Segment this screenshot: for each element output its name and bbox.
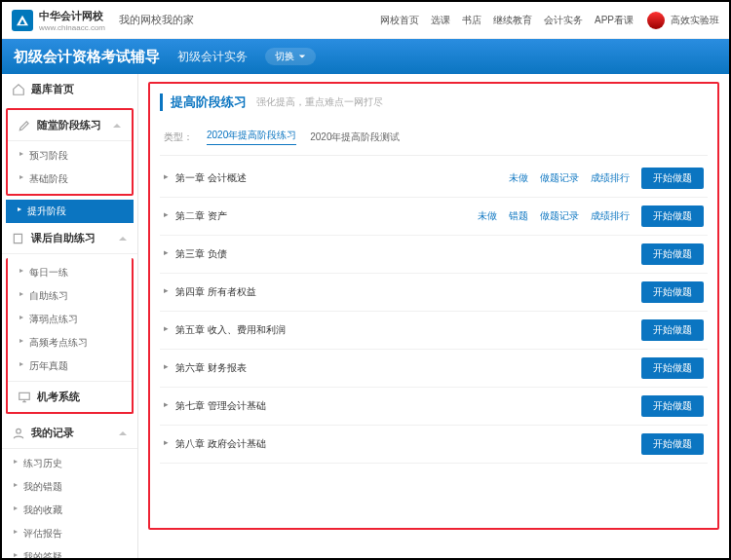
chevron-up-icon <box>118 429 128 438</box>
table-row: 第四章 所有者权益开始做题 <box>160 274 708 312</box>
sidebar-item[interactable]: 每日一练 <box>8 261 132 284</box>
nav-item-2[interactable]: 书店 <box>462 14 481 27</box>
sidebar-home[interactable]: 题库首页 <box>2 74 137 104</box>
start-button[interactable]: 开始做题 <box>641 433 704 455</box>
sidebar-head-records[interactable]: 我的记录 <box>2 418 137 449</box>
table-row: 第三章 负债开始做题 <box>160 236 708 274</box>
table-row: 第七章 管理会计基础开始做题 <box>160 388 708 426</box>
sidebar: 题库首页 随堂阶段练习 预习阶段 基础阶段 提升阶段 课后自助练习 每日一练自助… <box>2 74 138 560</box>
table-row: 第八章 政府会计基础开始做题 <box>160 426 708 464</box>
brand-en: www.chinaacc.com <box>39 23 105 32</box>
subheader: 初级会计资格考试辅导 初级会计实务 切换 <box>2 39 729 74</box>
sidebar-head-self[interactable]: 课后自助练习 <box>2 223 137 254</box>
table-row: 第六章 财务报表开始做题 <box>160 350 708 388</box>
person-icon <box>12 427 25 440</box>
slogan: 我的网校我的家 <box>119 13 194 27</box>
chapter-label: 第八章 政府会计基础 <box>164 437 630 451</box>
start-button[interactable]: 开始做题 <box>641 168 704 189</box>
sidebar-item[interactable]: 薄弱点练习 <box>8 308 132 331</box>
brand-cn: 中华会计网校 <box>39 9 105 23</box>
nav-item-3[interactable]: 继续教育 <box>493 14 532 27</box>
nav-item-0[interactable]: 网校首页 <box>380 14 419 27</box>
tag-link[interactable]: 错题 <box>509 209 528 223</box>
sidebar-label: 题库首页 <box>31 82 128 96</box>
topbar: 中华会计网校 www.chinaacc.com 我的网校我的家 网校首页选课书店… <box>2 2 729 39</box>
topnav: 网校首页选课书店继续教育会计实务APP看课 <box>380 14 634 27</box>
sidebar-item-preview[interactable]: 预习阶段 <box>8 144 132 168</box>
tag-link[interactable]: 未做 <box>509 171 528 185</box>
sidebar-group-practice: 随堂阶段练习 预习阶段 基础阶段 <box>6 108 134 196</box>
chapter-label: 第一章 会计概述 <box>164 171 509 185</box>
tag-link[interactable]: 做题记录 <box>540 209 579 223</box>
chevron-down-icon <box>298 53 306 60</box>
home-icon <box>12 83 25 96</box>
tag-link[interactable]: 成绩排行 <box>591 209 630 223</box>
chapter-label: 第五章 收入、费用和利润 <box>164 323 630 337</box>
filter-opt-0[interactable]: 2020年提高阶段练习 <box>207 129 296 145</box>
sidebar-item[interactable]: 评估报告 <box>2 522 137 545</box>
sidebar-group-self-items: 每日一练自助练习薄弱点练习高频考点练习历年真题 机考系统 <box>6 258 134 414</box>
main: 提高阶段练习 强化提高，重点难点一网打尽 类型： 2020年提高阶段练习 202… <box>138 74 729 560</box>
sidebar-item[interactable]: 练习历史 <box>2 452 137 475</box>
tag-link[interactable]: 成绩排行 <box>591 171 630 185</box>
start-button[interactable]: 开始做题 <box>641 205 704 227</box>
tag-link[interactable]: 做题记录 <box>540 171 579 185</box>
sidebar-item-advance[interactable]: 提升阶段 <box>6 200 134 223</box>
user-button[interactable]: 高效实验班 <box>671 14 719 27</box>
filter-label: 类型： <box>164 131 193 144</box>
monitor-icon <box>18 391 31 404</box>
nav-item-1[interactable]: 选课 <box>431 14 450 27</box>
row-tags: 未做做题记录成绩排行 <box>509 171 630 185</box>
chapter-label: 第二章 资产 <box>164 209 478 223</box>
chapter-label: 第三章 负债 <box>164 247 630 261</box>
avatar <box>647 12 665 29</box>
chapter-label: 第六章 财务报表 <box>164 361 630 375</box>
switch-button[interactable]: 切换 <box>265 48 316 65</box>
sidebar-item-basic[interactable]: 基础阶段 <box>8 168 132 191</box>
nav-item-5[interactable]: APP看课 <box>595 14 634 27</box>
start-button[interactable]: 开始做题 <box>641 243 704 265</box>
sidebar-item[interactable]: 自助练习 <box>8 284 132 308</box>
tag-link[interactable]: 未做 <box>478 209 497 223</box>
sidebar-item[interactable]: 我的错题 <box>2 475 137 499</box>
sidebar-item[interactable]: 我的答疑 <box>2 545 137 560</box>
row-tags: 未做错题做题记录成绩排行 <box>478 209 630 223</box>
filter-opt-1[interactable]: 2020年提高阶段测试 <box>310 131 400 144</box>
panel-title: 提高阶段练习 强化提高，重点难点一网打尽 <box>160 93 708 111</box>
panel: 提高阶段练习 强化提高，重点难点一网打尽 类型： 2020年提高阶段练习 202… <box>148 82 719 530</box>
start-button[interactable]: 开始做题 <box>641 281 704 303</box>
pencil-icon <box>18 119 31 132</box>
book-icon <box>12 232 25 245</box>
svg-point-1 <box>17 429 21 433</box>
start-button[interactable]: 开始做题 <box>641 395 704 417</box>
chevron-up-icon <box>112 121 122 131</box>
filter-row: 类型： 2020年提高阶段练习 2020年提高阶段测试 <box>160 121 708 156</box>
chevron-up-icon <box>118 234 128 243</box>
start-button[interactable]: 开始做题 <box>641 319 704 341</box>
sidebar-item[interactable]: 高频考点练习 <box>8 331 132 355</box>
sidebar-item[interactable]: 历年真题 <box>8 355 132 378</box>
table-row: 第一章 会计概述未做做题记录成绩排行开始做题 <box>160 160 708 198</box>
table-row: 第五章 收入、费用和利润开始做题 <box>160 312 708 350</box>
user-area[interactable]: 高效实验班 <box>647 12 719 29</box>
logo-icon <box>12 10 33 31</box>
subhead-title: 初级会计资格考试辅导 <box>14 48 160 66</box>
table-row: 第二章 资产未做错题做题记录成绩排行开始做题 <box>160 198 708 236</box>
chapter-label: 第四章 所有者权益 <box>164 285 630 299</box>
sidebar-head-practice[interactable]: 随堂阶段练习 <box>8 110 132 141</box>
sidebar-item[interactable]: 我的收藏 <box>2 499 137 522</box>
brand: 中华会计网校 www.chinaacc.com <box>39 9 105 32</box>
chapter-list: 第一章 会计概述未做做题记录成绩排行开始做题第二章 资产未做错题做题记录成绩排行… <box>160 160 708 464</box>
sidebar-head-exam[interactable]: 机考系统 <box>8 381 132 412</box>
subhead-subtitle: 初级会计实务 <box>177 49 248 65</box>
nav-item-4[interactable]: 会计实务 <box>544 14 583 27</box>
svg-rect-0 <box>19 392 30 399</box>
start-button[interactable]: 开始做题 <box>641 357 704 379</box>
chapter-label: 第七章 管理会计基础 <box>164 399 630 413</box>
